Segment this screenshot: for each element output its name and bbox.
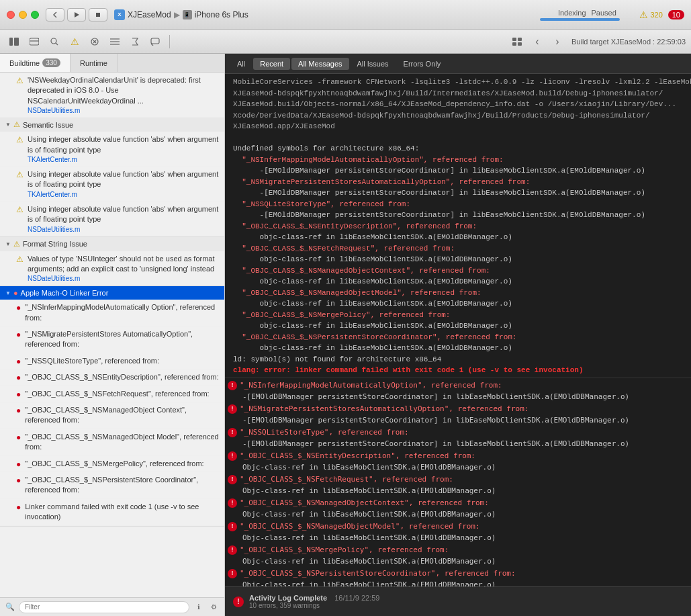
play-button[interactable] bbox=[67, 8, 86, 21]
tab-all-issues[interactable]: All Issues bbox=[351, 58, 396, 70]
log-line: XJEaseMod.app/XJEaseMod bbox=[225, 121, 691, 132]
tab-recent[interactable]: Recent bbox=[253, 58, 290, 70]
error-icon: ● bbox=[16, 406, 21, 415]
project-icon: X bbox=[114, 9, 125, 20]
comment-icon[interactable] bbox=[146, 34, 164, 49]
list-icon[interactable] bbox=[106, 34, 124, 49]
list-item[interactable]: ● "_OBJC_CLASS_$_NSManagedObject Context… bbox=[0, 402, 224, 429]
flag-icon[interactable] bbox=[126, 34, 144, 49]
tab-runtime[interactable]: Runtime bbox=[71, 54, 118, 72]
stop-button[interactable] bbox=[89, 8, 107, 21]
chevron-down-icon: ▼ bbox=[5, 241, 11, 247]
back-button[interactable] bbox=[46, 8, 64, 21]
media-controls bbox=[46, 8, 107, 21]
issue-file[interactable]: NSDateUtilities.m bbox=[28, 107, 219, 114]
grid-view-btn[interactable] bbox=[508, 34, 526, 49]
activity-title: Activity Log Complete 16/11/9 22:59 bbox=[249, 594, 379, 602]
issue-file[interactable]: NSDateUtilities.m bbox=[28, 226, 219, 233]
maximize-button[interactable] bbox=[31, 11, 39, 19]
right-panel: All Recent All Messages All Issues Error… bbox=[225, 54, 691, 616]
list-item[interactable]: ● "_OBJC_CLASS_$_NSEntityDescription", r… bbox=[0, 369, 224, 386]
list-item[interactable]: ⚠ 'NSWeekdayOrdinalCalendarUnit' is depr… bbox=[0, 73, 224, 118]
error-dot-icon: ! bbox=[228, 498, 237, 508]
traffic-lights[interactable] bbox=[7, 11, 39, 19]
error-icon: ● bbox=[16, 373, 21, 382]
error-symbol: "_OBJC_CLASS_$_NSMergePolicy", reference… bbox=[240, 545, 691, 556]
close-button[interactable] bbox=[7, 11, 15, 19]
list-item[interactable]: ● "_OBJC_CLASS_$_NSFetchRequest", refere… bbox=[0, 386, 224, 402]
debug-icon[interactable] bbox=[26, 34, 43, 49]
toolbar-divider bbox=[169, 35, 170, 48]
paused-label: Paused bbox=[592, 9, 616, 17]
error-symbol: "_OBJC_CLASS_$_NSFetchRequest", referenc… bbox=[240, 474, 691, 486]
tab-errors-only[interactable]: Errors Only bbox=[397, 58, 448, 70]
error-symbol: "_OBJC_CLASS_$_NSEntityDescription", ref… bbox=[240, 451, 691, 462]
list-item[interactable]: ⚠ Using integer absolute value function … bbox=[0, 132, 224, 167]
group-header-semantic[interactable]: ▼ ⚠ Semantic Issue bbox=[0, 118, 224, 132]
log-line: objc-class-ref in libEaseMobClientSDK.a(… bbox=[225, 276, 691, 288]
error-icon: ● bbox=[16, 357, 21, 366]
activity-error-icon: ! bbox=[233, 597, 244, 607]
left-tabs: Buildtime 330 Runtime bbox=[0, 54, 224, 73]
tab-all-messages[interactable]: All Messages bbox=[291, 58, 349, 70]
log-line: objc-class-ref in libEaseMobClientSDK.a(… bbox=[225, 232, 691, 243]
issue-group-format: ▼ ⚠ Format String Issue ⚠ Values of type… bbox=[0, 237, 224, 287]
next-btn[interactable]: › bbox=[549, 34, 566, 49]
log-line: clang: error: linker command failed with… bbox=[225, 365, 691, 376]
tab-all[interactable]: All bbox=[230, 58, 252, 70]
info-icon[interactable]: ℹ bbox=[193, 602, 204, 613]
search-icon[interactable] bbox=[46, 34, 63, 49]
issue-text: "_OBJC_CLASS_$_NSPersistentStore Coordin… bbox=[25, 475, 219, 496]
list-item[interactable]: ● "_OBJC_CLASS_$_NSPersistentStore Coord… bbox=[0, 472, 224, 499]
list-item[interactable]: ⚠ Using integer absolute value function … bbox=[0, 167, 224, 202]
error-entry: ! "_NSInferMappingModelAutomaticallyOpti… bbox=[225, 380, 691, 392]
error-symbol: "_NSMigratePersistentStoresAutomatically… bbox=[240, 404, 691, 415]
error-entry: ! "_OBJC_CLASS_$_NSManagedObjectContext"… bbox=[225, 497, 691, 510]
warning-icon: ⚠ bbox=[639, 9, 648, 20]
group-header-linker[interactable]: ▼ ● Apple Mach-O Linker Error bbox=[0, 286, 224, 300]
log-line: Xcode/DerivedData/XJEaseMod-bdspqkfpyxht… bbox=[225, 110, 691, 122]
log-line: XJEaseMod-bdspqkfpyxhtnoaqbdwamfawjhxj/B… bbox=[225, 88, 691, 99]
list-item[interactable]: ● "_OBJC_CLASS_$_NSManagedObject Model",… bbox=[0, 429, 224, 456]
log-line: objc-class-ref in libEaseMobClientSDK.a(… bbox=[225, 298, 691, 310]
tab-buildtime[interactable]: Buildtime 330 bbox=[0, 54, 71, 72]
error-dot-icon: ! bbox=[228, 475, 237, 484]
svg-rect-17 bbox=[518, 38, 522, 41]
list-item[interactable]: ● "_OBJC_CLASS_$_NSMergePolicy", referen… bbox=[0, 456, 224, 472]
stop-toolbar-icon[interactable] bbox=[86, 34, 103, 49]
issue-file[interactable]: TKAlertCenter.m bbox=[28, 191, 219, 198]
error-icon: ● bbox=[16, 390, 21, 399]
svg-rect-4 bbox=[30, 38, 39, 45]
navigator-icon[interactable] bbox=[5, 34, 23, 49]
group-header-format[interactable]: ▼ ⚠ Format String Issue bbox=[0, 237, 224, 251]
progress-bar-fill bbox=[540, 18, 620, 21]
issue-text: "_OBJC_CLASS_$_NSFetchRequest", referenc… bbox=[25, 389, 219, 399]
warning-icon: ⚠ bbox=[16, 205, 24, 214]
filter-input[interactable] bbox=[19, 601, 189, 613]
svg-line-7 bbox=[56, 43, 58, 45]
chevron-down-icon: ▼ bbox=[5, 290, 11, 296]
error-icon: ● bbox=[16, 502, 21, 512]
list-item[interactable]: ⚠ Using integer absolute value function … bbox=[0, 202, 224, 236]
list-item[interactable]: ● "_NSMigratePersistentStores Automatica… bbox=[0, 326, 224, 353]
log-line: "_OBJC_CLASS_$_NSPersistentStoreCoordina… bbox=[225, 332, 691, 343]
settings-icon[interactable]: ⚙ bbox=[208, 602, 219, 613]
status-labels: Indexing Paused bbox=[558, 9, 616, 17]
error-symbol: "_OBJC_CLASS_$_NSManagedObjectModel", re… bbox=[240, 521, 691, 533]
list-item[interactable]: ● Linker command failed with exit code 1… bbox=[0, 499, 224, 526]
minimize-button[interactable] bbox=[19, 11, 27, 19]
prev-btn[interactable]: ‹ bbox=[528, 34, 546, 49]
list-item[interactable]: ● "_NSInferMappingModelAutomatically Opt… bbox=[0, 300, 224, 326]
warning-toolbar-icon[interactable]: ⚠ bbox=[66, 34, 83, 49]
list-item[interactable]: ⚠ Values of type 'NSUInteger' should not… bbox=[0, 251, 224, 286]
issue-content: 'NSWeekdayOrdinalCalendarUnit' is deprec… bbox=[28, 75, 219, 114]
error-entry: ! "_NSMigratePersistentStoresAutomatical… bbox=[225, 403, 691, 416]
issue-file[interactable]: NSDateUtilities.m bbox=[28, 275, 219, 282]
issue-file[interactable]: TKAlertCenter.m bbox=[28, 156, 219, 163]
breadcrumb: Build target XJEaseMod : 22:59:03 bbox=[571, 38, 686, 46]
log-divider bbox=[225, 378, 691, 378]
titlebar: X XJEaseMod ▶ 📱 iPhone 6s Plus Indexing … bbox=[0, 0, 691, 30]
error-dot-icon: ! bbox=[228, 569, 237, 578]
svg-marker-0 bbox=[75, 12, 79, 17]
list-item[interactable]: ● "_NSSQLiteStoreType", referenced from: bbox=[0, 353, 224, 369]
